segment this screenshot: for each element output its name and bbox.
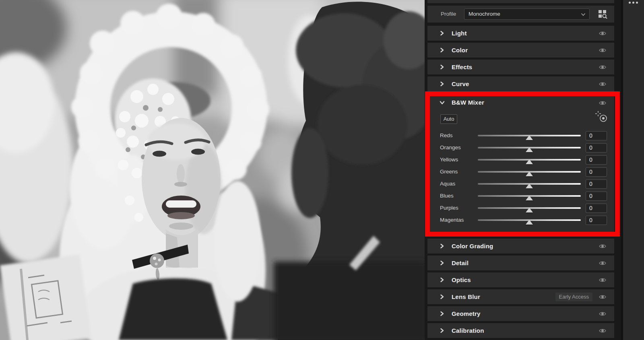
eye-icon[interactable]	[599, 328, 606, 334]
slider-track[interactable]	[478, 207, 581, 209]
chevron-right-icon[interactable]	[440, 31, 444, 36]
photo-man	[274, 2, 425, 340]
section-effects[interactable]: Effects	[427, 60, 614, 74]
slider-thumb[interactable]	[526, 183, 533, 188]
slider-row-blues: Blues 0	[427, 190, 614, 202]
section-title: B&W Mixer	[452, 96, 484, 109]
eye-icon[interactable]	[599, 81, 606, 87]
section-title: Detail	[452, 256, 469, 270]
section-color-grading[interactable]: Color Grading	[427, 239, 614, 253]
photo-canvas	[0, 0, 425, 340]
section-calibration[interactable]: Calibration	[427, 323, 614, 338]
slider-value-input[interactable]: 0	[586, 192, 607, 201]
eye-icon[interactable]	[599, 277, 606, 283]
slider-value-input[interactable]: 0	[586, 143, 607, 152]
chevron-right-icon[interactable]	[440, 294, 444, 299]
profile-dropdown-value: Monochrome	[469, 9, 500, 19]
slider-label: Purples	[440, 202, 458, 214]
slider-thumb[interactable]	[526, 147, 533, 152]
slider-track[interactable]	[478, 147, 581, 148]
section-curve[interactable]: Curve	[427, 76, 614, 91]
section-title: Effects	[452, 60, 472, 74]
section-color[interactable]: Color	[427, 43, 614, 58]
slider-label: Greens	[440, 166, 458, 178]
profile-dropdown[interactable]: Monochrome	[464, 8, 590, 20]
slider-row-aquas: Aquas 0	[427, 178, 614, 190]
section-title: Color Grading	[452, 239, 493, 253]
targeted-adjustment-icon[interactable]	[595, 111, 608, 123]
slider-label: Aquas	[440, 178, 455, 190]
auto-button[interactable]: Auto	[440, 114, 457, 124]
chevron-right-icon[interactable]	[440, 47, 444, 53]
section-optics[interactable]: Optics	[427, 272, 614, 287]
chevron-down-icon[interactable]	[440, 100, 445, 105]
slider-row-magentas: Magentas 0	[427, 214, 614, 226]
slider-label: Reds	[440, 130, 453, 142]
chevron-right-icon[interactable]	[440, 311, 444, 316]
slider-thumb[interactable]	[526, 220, 533, 225]
slider-value-input[interactable]: 0	[586, 179, 607, 189]
section-bw-mixer: B&W Mixer Auto Reds 0 Oranges 0	[427, 96, 614, 232]
slider-track[interactable]	[478, 219, 581, 221]
slider-label: Oranges	[440, 142, 461, 154]
slider-thumb[interactable]	[526, 159, 533, 164]
eye-icon[interactable]	[599, 260, 606, 266]
profile-row: Profile Monochrome	[427, 6, 614, 23]
chevron-right-icon[interactable]	[440, 81, 444, 87]
slider-row-greens: Greens 0	[427, 166, 614, 178]
eye-icon[interactable]	[599, 311, 606, 317]
chevron-down-icon	[581, 13, 586, 16]
slider-track[interactable]	[478, 183, 581, 185]
slider-thumb[interactable]	[526, 208, 533, 212]
slider-row-yellows: Yellows 0	[427, 154, 614, 166]
chevron-right-icon[interactable]	[440, 243, 444, 249]
slider-value-input[interactable]: 0	[586, 155, 607, 165]
panel-top-stub	[427, 0, 614, 3]
chevron-right-icon[interactable]	[440, 260, 444, 266]
slider-value-input[interactable]: 0	[586, 167, 607, 177]
section-title: Lens Blur	[452, 289, 480, 304]
slider-thumb[interactable]	[526, 196, 533, 200]
early-access-badge: Early Access	[555, 293, 592, 301]
lightroom-edit-view: Profile Monochrome Light Color	[0, 0, 644, 340]
slider-value-input[interactable]: 0	[586, 216, 607, 225]
right-toolbar-rail	[621, 0, 644, 340]
eye-icon[interactable]	[599, 31, 606, 36]
section-geometry[interactable]: Geometry	[427, 306, 614, 321]
section-lens-blur[interactable]: Lens Blur Early Access	[427, 289, 614, 304]
profile-label: Profile	[441, 6, 456, 23]
slider-label: Blues	[440, 190, 454, 202]
more-options-icon[interactable]	[629, 2, 638, 4]
slider-track[interactable]	[478, 159, 581, 161]
section-detail[interactable]: Detail	[427, 256, 614, 270]
slider-thumb[interactable]	[526, 171, 533, 176]
profile-browser-icon[interactable]	[597, 9, 608, 19]
chevron-right-icon[interactable]	[440, 64, 444, 70]
eye-icon[interactable]	[599, 294, 606, 300]
eye-icon[interactable]	[599, 243, 606, 249]
section-title: Optics	[452, 272, 471, 287]
slider-label: Magentas	[440, 214, 464, 226]
slider-row-purples: Purples 0	[427, 202, 614, 214]
slider-row-oranges: Oranges 0	[427, 142, 614, 154]
photo-illustration	[0, 0, 425, 340]
slider-track[interactable]	[478, 135, 581, 136]
section-light[interactable]: Light	[427, 26, 614, 41]
section-title: Light	[452, 26, 467, 41]
eye-icon[interactable]	[599, 47, 606, 53]
edit-panel: Profile Monochrome Light Color	[425, 0, 621, 340]
slider-thumb[interactable]	[526, 135, 533, 140]
slider-row-reds: Reds 0	[427, 130, 614, 142]
slider-value-input[interactable]: 0	[586, 131, 607, 140]
eye-icon[interactable]	[599, 64, 606, 70]
chevron-right-icon[interactable]	[440, 328, 444, 333]
slider-track[interactable]	[478, 195, 581, 197]
eye-icon[interactable]	[599, 100, 606, 106]
chevron-right-icon[interactable]	[440, 277, 444, 282]
section-title: Geometry	[452, 306, 481, 321]
slider-track[interactable]	[478, 171, 581, 173]
slider-value-input[interactable]: 0	[586, 204, 607, 213]
section-title: Calibration	[452, 323, 484, 338]
section-title: Color	[452, 43, 468, 58]
slider-label: Yellows	[440, 154, 458, 166]
